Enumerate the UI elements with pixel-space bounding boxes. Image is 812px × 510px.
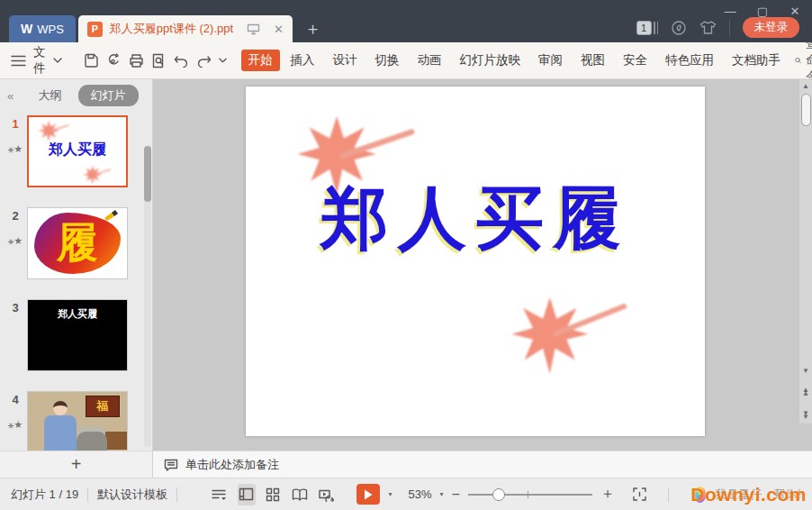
file-menu[interactable]: 文件 bbox=[33, 44, 46, 77]
notes-placeholder: 单击此处添加备注 bbox=[185, 457, 279, 473]
slide-thumbnail[interactable]: 履 bbox=[27, 207, 128, 279]
tab-slideshow[interactable]: 幻灯片放映 bbox=[453, 50, 528, 71]
divider bbox=[668, 487, 669, 502]
fu-plaque: 福 bbox=[86, 396, 120, 417]
slide-panel: « 大纲 幻灯片 1 ⚹★ 郑人买履 bbox=[0, 79, 153, 478]
previous-slide-icon[interactable]: ▲▲ bbox=[799, 386, 812, 398]
transition-star-icon: ⚹★ bbox=[8, 419, 23, 431]
notes-toggle-icon[interactable] bbox=[212, 484, 229, 505]
print-preview-icon[interactable] bbox=[151, 50, 167, 71]
next-slide-icon[interactable]: ▼▼ bbox=[799, 409, 812, 422]
docer-icon[interactable] bbox=[671, 20, 687, 36]
zoom-center-tick bbox=[528, 491, 529, 498]
stack-bars-icon bbox=[654, 22, 658, 34]
toolbar-more-chevron-icon[interactable] bbox=[219, 50, 227, 71]
slide-item-4[interactable]: 4 ⚹★ 福 bbox=[4, 391, 152, 451]
slide-item-1[interactable]: 1 ⚹★ 郑人买履 bbox=[4, 115, 152, 187]
zoom-slider[interactable] bbox=[468, 488, 592, 501]
print-icon[interactable] bbox=[129, 50, 144, 71]
tab-insert[interactable]: 插入 bbox=[284, 50, 322, 71]
search-icon bbox=[795, 54, 801, 67]
zoom-track bbox=[468, 494, 592, 496]
editor-center: 郑人买履 ▲ ▼ ▲▲ ▼▼ 单击此处添加备注 bbox=[153, 79, 812, 478]
reading-view-icon[interactable] bbox=[291, 484, 308, 505]
panel-scrollbar[interactable] bbox=[144, 146, 151, 447]
zoom-knob[interactable] bbox=[492, 488, 505, 501]
redo-icon[interactable] bbox=[196, 50, 212, 71]
badge-number: 1 bbox=[636, 21, 652, 35]
tab-outline[interactable]: 大纲 bbox=[30, 85, 71, 106]
slide-thumbnail[interactable]: 郑人买履 bbox=[27, 299, 128, 371]
tab-slides[interactable]: 幻灯片 bbox=[78, 85, 139, 106]
slideshow-play-button[interactable] bbox=[356, 484, 379, 505]
collapse-panel-icon[interactable]: « bbox=[7, 89, 14, 103]
tab-home[interactable]: 开始 bbox=[241, 50, 280, 71]
divider bbox=[176, 487, 177, 502]
maple-leaf-icon bbox=[505, 287, 633, 378]
wps-tab-label: WPS bbox=[37, 23, 64, 36]
new-tab-button[interactable]: ＋ bbox=[295, 15, 330, 42]
slide-thumbnail[interactable]: 福 bbox=[27, 391, 128, 451]
tab-review[interactable]: 审阅 bbox=[531, 50, 570, 71]
panel-header: « 大纲 幻灯片 bbox=[0, 79, 152, 112]
slide-sorter-icon[interactable] bbox=[265, 484, 282, 505]
notes-bar[interactable]: 单击此处添加备注 bbox=[153, 451, 812, 478]
slide-indicator: 幻灯片 1 / 19 bbox=[11, 487, 78, 503]
main-area: « 大纲 幻灯片 1 ⚹★ 郑人买履 bbox=[0, 79, 812, 478]
menubar: 文件 开始 插入 设计 切换 动画 幻灯片放映 审阅 视图 安全 特色应用 文档… bbox=[0, 42, 812, 79]
document-title: 郑人买履ppt课件 (2).ppt bbox=[110, 21, 233, 37]
tab-design[interactable]: 设计 bbox=[326, 50, 365, 71]
slide-number: 1 bbox=[12, 117, 18, 131]
design-template-label[interactable]: 默认设计模板 bbox=[97, 487, 167, 503]
tab-special-apps[interactable]: 特色应用 bbox=[658, 50, 721, 71]
zoom-out-button[interactable]: − bbox=[452, 487, 460, 503]
file-chevron-icon[interactable] bbox=[53, 50, 62, 71]
normal-view-icon[interactable] bbox=[238, 484, 255, 505]
slide-item-3[interactable]: 3 郑人买履 bbox=[4, 299, 152, 371]
tab-security[interactable]: 安全 bbox=[616, 50, 654, 71]
slide-item-2[interactable]: 2 ⚹★ 履 bbox=[4, 207, 152, 279]
wps-home-tab[interactable]: W WPS bbox=[9, 15, 76, 42]
divider bbox=[87, 487, 88, 502]
wps-logo-icon: W bbox=[21, 22, 32, 36]
maple-leaf-icon bbox=[81, 164, 113, 187]
titlebar: — ▢ ✕ W WPS P 郑人买履ppt课件 (2).ppt ✕ ＋ 1 bbox=[0, 0, 812, 42]
vertical-scrollbar[interactable]: ▲ ▼ ▲▲ ▼▼ bbox=[799, 79, 812, 423]
monitor-icon[interactable] bbox=[247, 23, 260, 35]
scrollbar-thumb[interactable] bbox=[801, 94, 811, 126]
export-pdf-icon[interactable] bbox=[106, 50, 122, 71]
skin-tshirt-icon[interactable] bbox=[699, 20, 717, 35]
scroll-up-icon[interactable]: ▲ bbox=[799, 79, 812, 92]
zoom-percent[interactable]: 53% bbox=[409, 487, 432, 501]
tab-doc-assistant[interactable]: 文档助手 bbox=[725, 50, 788, 71]
watermark-text: Downyi.com bbox=[690, 484, 807, 505]
hamburger-menu-icon[interactable] bbox=[11, 50, 26, 71]
message-count-badge[interactable]: 1 bbox=[636, 21, 658, 35]
notes-bubble-icon bbox=[164, 459, 178, 471]
panel-scrollbar-thumb[interactable] bbox=[144, 146, 151, 202]
paint-splash: 履 bbox=[34, 213, 121, 274]
find-command-search[interactable]: 查找命令... bbox=[795, 36, 812, 85]
play-from-current-icon[interactable] bbox=[318, 484, 335, 505]
play-options-caret-icon[interactable]: ▾ bbox=[389, 490, 392, 498]
zoom-in-button[interactable]: ＋ bbox=[600, 485, 615, 504]
undo-icon[interactable] bbox=[174, 50, 189, 71]
slide-title-text[interactable]: 郑人买履 bbox=[246, 173, 705, 266]
save-icon[interactable] bbox=[84, 50, 99, 71]
close-tab-icon[interactable]: ✕ bbox=[274, 23, 284, 36]
slide-canvas[interactable]: 郑人买履 bbox=[246, 87, 705, 436]
tab-view[interactable]: 视图 bbox=[573, 50, 612, 71]
cartoon-figure bbox=[77, 432, 107, 451]
tab-transition[interactable]: 切换 bbox=[368, 50, 407, 71]
fit-to-window-icon[interactable] bbox=[628, 484, 652, 505]
slide-thumbnail[interactable]: 郑人买履 bbox=[27, 115, 128, 187]
login-button[interactable]: 未登录 bbox=[743, 17, 800, 38]
tab-animation[interactable]: 动画 bbox=[411, 50, 449, 71]
ppt-file-icon: P bbox=[87, 22, 103, 37]
zoom-caret-icon[interactable]: ▾ bbox=[440, 490, 444, 498]
pencil-icon bbox=[103, 209, 119, 222]
document-tab[interactable]: P 郑人买履ppt课件 (2).ppt ✕ bbox=[78, 15, 293, 42]
add-slide-button[interactable]: + bbox=[0, 451, 152, 478]
cartoon-figure bbox=[44, 415, 77, 451]
scroll-down-icon[interactable]: ▼ bbox=[799, 364, 812, 377]
